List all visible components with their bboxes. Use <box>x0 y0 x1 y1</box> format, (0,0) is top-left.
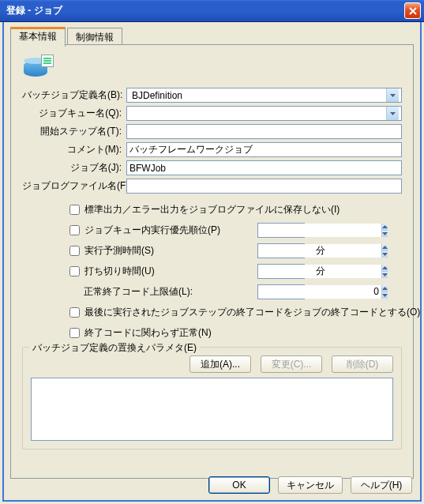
spin-down-icon[interactable] <box>382 251 388 258</box>
label-always-normal: 終了コードに関わらず正常(N) <box>84 326 212 340</box>
spin-up-icon[interactable] <box>382 244 388 251</box>
chevron-down-icon <box>390 94 396 97</box>
label-no-save-stdout: 標準出力／エラー出力をジョブログファイルに保存しない(I) <box>84 203 340 216</box>
spin-up-icon[interactable] <box>382 224 388 231</box>
label-job-queue-name: ジョブキュー名(Q): <box>22 107 126 120</box>
groupbox-button-row: 追加(A)... 変更(C)... 削除(D) <box>31 355 393 373</box>
label-last-step-exit: 最後に実行されたジョブステップの終了コードをジョブの終了コードとする(O) <box>84 306 420 319</box>
input-comment[interactable] <box>126 142 402 157</box>
check-estimated-time: 実行予測時間(S) 分 <box>69 243 402 258</box>
row-job-queue-name: ジョブキュー名(Q): <box>22 106 402 121</box>
spin-cutoff-time[interactable] <box>257 264 305 279</box>
help-button[interactable]: ヘルプ(H) <box>351 476 412 494</box>
dropdown-job-queue-name[interactable] <box>386 107 399 120</box>
groupbox-legend: バッチジョブ定義の置換えパラメタ(E) <box>29 341 200 355</box>
check-cutoff-time: 打ち切り時間(U) 分 <box>69 263 402 279</box>
label-estimated-time: 実行予測時間(S) <box>84 244 154 258</box>
check-no-save-stdout: 標準出力／エラー出力をジョブログファイルに保存しない(I) <box>69 201 402 217</box>
checkbox-estimated-time[interactable] <box>69 246 80 256</box>
spin-priority[interactable] <box>257 223 305 238</box>
delete-button[interactable]: 削除(D) <box>332 355 393 373</box>
label-job-name: ジョブ名(J): <box>22 161 126 175</box>
label-cutoff-time: 打ち切り時間(U) <box>84 265 155 278</box>
checkbox-last-step-exit[interactable] <box>69 307 80 318</box>
change-button[interactable]: 変更(C)... <box>261 355 322 373</box>
form-area: バッチジョブ定義名(B): ジョブキュー名(Q): <box>22 88 402 194</box>
row-batch-job-def-name: バッチジョブ定義名(B): <box>22 88 402 103</box>
input-priority[interactable] <box>258 224 381 237</box>
groupbox-replace-params: バッチジョブ定義の置換えパラメタ(E) 追加(A)... 変更(C)... 削除… <box>22 347 402 449</box>
spin-down-icon[interactable] <box>382 272 388 278</box>
input-job-name[interactable] <box>126 160 402 175</box>
input-job-log-file-name[interactable] <box>126 179 402 194</box>
window-title: 登録 - ジョブ <box>6 4 404 17</box>
tab-panel-basic: バッチジョブ定義名(B): ジョブキュー名(Q): <box>10 44 414 479</box>
input-batch-job-def-name[interactable] <box>129 88 386 102</box>
close-icon <box>409 7 417 15</box>
replace-params-list[interactable] <box>31 378 393 441</box>
spin-down-icon[interactable] <box>382 231 388 237</box>
row-job-name: ジョブ名(J): <box>22 160 402 175</box>
ok-button[interactable]: OK <box>208 476 270 494</box>
cancel-button[interactable]: キャンセル <box>278 476 343 494</box>
checkbox-always-normal[interactable] <box>69 328 80 338</box>
unit-estimated-time: 分 <box>316 244 325 258</box>
job-icon <box>22 55 54 83</box>
checkbox-cutoff-time[interactable] <box>69 266 80 276</box>
spin-up-icon[interactable] <box>382 285 388 292</box>
label-comment: コメント(M): <box>22 143 126 156</box>
input-normal-exit-max[interactable] <box>258 285 381 299</box>
input-job-queue-name[interactable] <box>129 107 386 120</box>
row-job-log-file-name: ジョブログファイル名(F): <box>22 179 402 194</box>
dialog-button-row: OK キャンセル ヘルプ(H) <box>208 476 412 494</box>
row-comment: コメント(M): <box>22 142 402 157</box>
label-priority: ジョブキュー内実行優先順位(P) <box>84 224 220 237</box>
row-start-step-name: 開始ステップ名(T): <box>22 124 402 139</box>
combo-batch-job-def-name[interactable] <box>126 88 402 103</box>
label-normal-exit-max: 正常終了コード上限値(L): <box>84 285 193 299</box>
close-button[interactable] <box>404 2 421 19</box>
label-start-step-name: 開始ステップ名(T): <box>22 125 126 138</box>
spin-estimated-time[interactable] <box>257 243 305 258</box>
row-normal-exit-max: 正常終了コード上限値(L): <box>69 284 402 299</box>
label-batch-job-def-name: バッチジョブ定義名(B): <box>22 88 126 102</box>
unit-cutoff-time: 分 <box>316 265 325 278</box>
dropdown-batch-job-def-name[interactable] <box>386 88 399 102</box>
titlebar: 登録 - ジョブ <box>0 0 424 22</box>
checkbox-priority[interactable] <box>69 225 80 235</box>
tab-basic-info[interactable]: 基本情報 <box>10 27 66 47</box>
spin-up-icon[interactable] <box>382 265 388 272</box>
label-job-log-file-name: ジョブログファイル名(F): <box>22 179 126 193</box>
tab-strip: 基本情報 制御情報 <box>10 27 414 44</box>
client-area: 基本情報 制御情報 バッチジョブ定義名(B): ジョブキュー名(Q): <box>2 22 422 502</box>
input-start-step-name[interactable] <box>126 124 402 139</box>
spin-down-icon[interactable] <box>382 292 388 299</box>
checkbox-no-save-stdout[interactable] <box>69 205 80 215</box>
spin-normal-exit-max[interactable] <box>257 284 305 299</box>
check-last-step-exit: 最後に実行されたジョブステップの終了コードをジョブの終了コードとする(O) <box>69 304 402 320</box>
add-button[interactable]: 追加(A)... <box>189 355 251 373</box>
checks-area: 標準出力／エラー出力をジョブログファイルに保存しない(I) ジョブキュー内実行優… <box>22 201 402 340</box>
check-priority: ジョブキュー内実行優先順位(P) <box>69 222 402 238</box>
combo-job-queue-name[interactable] <box>126 106 402 121</box>
check-always-normal: 終了コードに関わらず正常(N) <box>69 325 402 340</box>
chevron-down-icon <box>390 112 396 115</box>
